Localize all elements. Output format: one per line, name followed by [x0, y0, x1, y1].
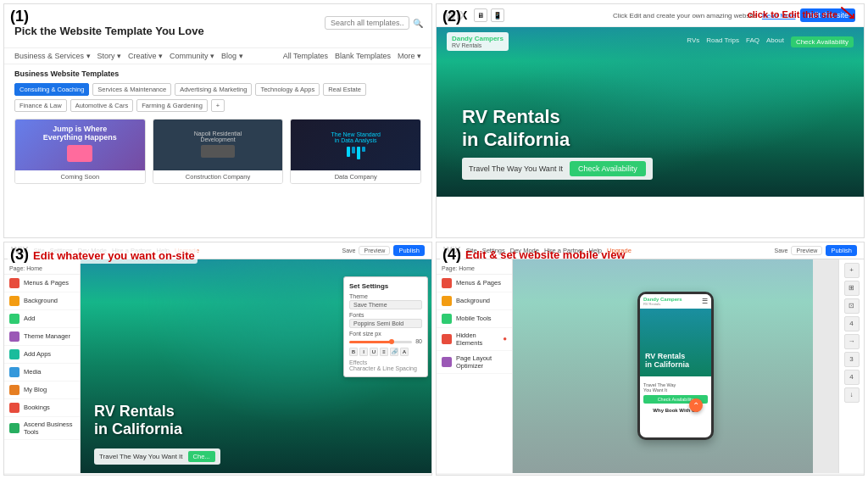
sidebar-mobile-icon-4: [442, 314, 452, 324]
tool-btn-3[interactable]: 4: [844, 316, 860, 331]
tool-btn-4[interactable]: →: [844, 334, 860, 349]
editor-sidebar-3: Page: Home Menus & Pages Background Add …: [4, 259, 81, 474]
sidebar-ascend-3[interactable]: Ascend Business Tools: [4, 417, 80, 440]
publish-btn-3[interactable]: Publish: [393, 245, 425, 256]
fmt-underline[interactable]: U: [370, 348, 378, 356]
template-card-1[interactable]: Jump is WhereEverything Happens Coming S…: [14, 119, 146, 184]
settings-theme-label: Theme: [349, 293, 368, 299]
topbar-save-area-4: Save Preview Publish: [775, 245, 857, 256]
tool-btn-7[interactable]: ↓: [844, 387, 860, 403]
preview-btn-3[interactable]: Preview: [359, 246, 390, 255]
filter-blank[interactable]: Blank Templates: [335, 52, 391, 60]
sidebar-mobile-tools[interactable]: Mobile Tools: [437, 310, 512, 328]
cat-consulting[interactable]: Consulting & Coaching: [14, 83, 89, 96]
panel-2-number: (2): [440, 8, 464, 25]
topbar-device-icons: 🖥 📱: [474, 8, 504, 22]
nav-business[interactable]: Business & Services ▾: [14, 52, 91, 60]
templates-section: Business Website Templates Consulting & …: [4, 64, 431, 189]
sidebar-bg-4[interactable]: Background: [437, 292, 512, 310]
desktop-icon[interactable]: 🖥: [474, 8, 487, 22]
panel-3-editor: (3) Edit whatever you want on-site WiX S…: [3, 242, 432, 476]
sidebar-apps-label-3: Add Apps: [24, 350, 51, 358]
sidebar-media-label-3: Media: [24, 368, 41, 376]
tool-btn-5[interactable]: 3: [844, 352, 860, 367]
fmt-color[interactable]: A: [400, 348, 409, 356]
tool-btn-6[interactable]: 4: [844, 370, 860, 385]
sidebar-blog-label-3: My Blog: [24, 386, 47, 393]
nav-blog[interactable]: Blog ▾: [221, 52, 243, 60]
sidebar-menus-3[interactable]: Menus & Pages: [4, 275, 80, 292]
sidebar-blog-icon-3: [9, 385, 19, 395]
sidebar-bg-3[interactable]: Background: [4, 292, 80, 310]
sidebar-menus-icon-3: [9, 278, 19, 288]
editor-layout-3: Page: Home Menus & Pages Background Add …: [4, 259, 431, 474]
sidebar-apps-3[interactable]: Add Apps: [4, 346, 80, 364]
sidebar-bookings-3[interactable]: Bookings: [4, 399, 80, 417]
sidebar-hidden-label-4: Hidden Elements: [456, 331, 497, 347]
cat-finance[interactable]: Finance & Law: [14, 99, 67, 112]
editor-canvas-3: RV Rentals in California Travel The Way …: [81, 259, 431, 474]
cat-farming[interactable]: Farming & Gardening: [136, 99, 208, 112]
template-card-3[interactable]: The New Standardin Data Analysis Data Co…: [290, 119, 421, 184]
nav-story[interactable]: Story ▾: [97, 52, 122, 60]
panel-4-mobile-editor: (4) Edit & set website mobile view WiX S…: [436, 242, 865, 476]
rv-cta-bar: Travel The Way You Want It Check Availab…: [462, 158, 653, 180]
settings-fonts-value[interactable]: Poppins Semi Bold: [349, 319, 422, 328]
canvas-cta-btn-3[interactable]: Che...: [188, 451, 215, 462]
search-input[interactable]: [325, 16, 409, 30]
sidebar-mobile-label-4: Mobile Tools: [456, 315, 492, 322]
sidebar-menus-4[interactable]: Menus & Pages: [437, 275, 512, 292]
mobile-hamburger-icon[interactable]: ☰: [702, 298, 708, 305]
nav-road-trips[interactable]: Road Trips: [706, 36, 739, 47]
nav-check-avail-btn[interactable]: Check Availability: [791, 36, 854, 47]
mobile-icon-2[interactable]: 📱: [491, 8, 504, 22]
nav-rvs[interactable]: RVs: [687, 36, 699, 47]
editor-4-sidebar: Page: Home Menus & Pages Background Mobi…: [437, 259, 513, 474]
fmt-align[interactable]: ≡: [380, 348, 388, 356]
panel-1-template-picker: (1) Pick the Website Template You Love 🔍…: [3, 3, 432, 238]
nav-community[interactable]: Community ▾: [170, 52, 214, 60]
arrow-icon: [840, 6, 857, 23]
rv-hero-cta-btn[interactable]: Check Availability: [570, 161, 646, 176]
sidebar-bookings-label-3: Bookings: [24, 404, 50, 411]
fmt-bold[interactable]: B: [349, 348, 358, 356]
sidebar-hidden-4[interactable]: Hidden Elements ●: [437, 328, 512, 351]
cat-more[interactable]: +: [211, 99, 225, 112]
template-card-2[interactable]: Napoli ResidentialDevelopment Constructi…: [153, 119, 284, 184]
tool-btn-1[interactable]: ⊞: [844, 281, 860, 296]
sidebar-media-3[interactable]: Media: [4, 364, 80, 382]
filter-more[interactable]: More ▾: [398, 52, 421, 60]
sidebar-optimizer-label-4: Page Layout Optimizer: [456, 354, 507, 370]
sidebar-ascend-icon-3: [9, 423, 19, 433]
cat-tech[interactable]: Technology & Apps: [255, 83, 320, 96]
sidebar-blog-3[interactable]: My Blog: [4, 382, 80, 399]
sidebar-bookings-icon-3: [9, 403, 19, 413]
fmt-italic[interactable]: I: [359, 348, 368, 356]
nav-about[interactable]: About: [766, 36, 784, 47]
settings-slider[interactable]: [349, 341, 412, 343]
panel-1-number: (1): [8, 8, 31, 25]
sidebar-ascend-label-3: Ascend Business Tools: [24, 421, 75, 436]
sidebar-add-label-3: Add: [24, 315, 35, 322]
cat-auto[interactable]: Automotive & Cars: [70, 99, 134, 112]
cat-realestate[interactable]: Real Estate: [323, 83, 366, 96]
main-grid: (1) Pick the Website Template You Love 🔍…: [0, 0, 868, 479]
tool-btn-2[interactable]: ⊡: [844, 298, 860, 314]
cat-services[interactable]: Services & Maintenance: [92, 83, 171, 96]
cat-advertising[interactable]: Advertising & Marketing: [175, 83, 252, 96]
nav-creative[interactable]: Creative ▾: [128, 52, 163, 60]
panel-1-search-area[interactable]: 🔍: [325, 16, 423, 30]
settings-theme-value[interactable]: Save Theme: [349, 300, 422, 309]
settings-effects-label: Effects: [349, 359, 422, 365]
sidebar-theme-3[interactable]: Theme Manager: [4, 328, 80, 346]
sidebar-optimizer-4[interactable]: Page Layout Optimizer: [437, 351, 512, 374]
filter-all[interactable]: All Templates: [283, 52, 328, 60]
nav-faq[interactable]: FAQ: [746, 36, 760, 47]
preview-btn-4[interactable]: Preview: [791, 246, 822, 255]
tool-btn-0[interactable]: +: [844, 263, 860, 278]
publish-btn-4[interactable]: Publish: [826, 245, 857, 256]
fmt-link[interactable]: 🔗: [390, 348, 398, 356]
sidebar-add-3[interactable]: Add: [4, 310, 80, 328]
section-title: Business Website Templates: [14, 70, 421, 78]
search-icon[interactable]: 🔍: [413, 19, 423, 28]
